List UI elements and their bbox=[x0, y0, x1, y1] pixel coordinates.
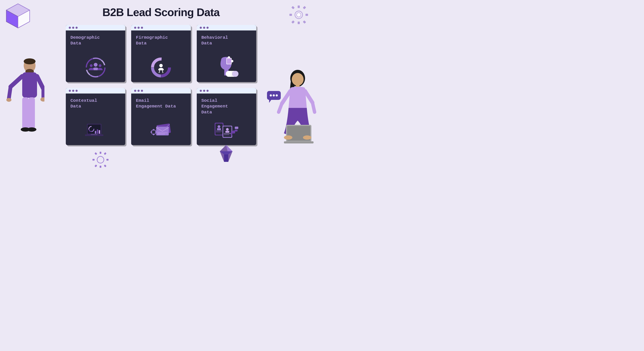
svg-rect-74 bbox=[226, 131, 229, 133]
svg-rect-81 bbox=[100, 152, 101, 154]
behavioral-title: Behavioral Data bbox=[202, 35, 252, 46]
svg-rect-84 bbox=[92, 159, 94, 160]
svg-line-26 bbox=[9, 87, 10, 98]
dot1 bbox=[200, 27, 202, 29]
svg-rect-60 bbox=[150, 132, 152, 133]
dot2 bbox=[72, 90, 74, 92]
svg-point-73 bbox=[226, 128, 229, 131]
svg-point-56 bbox=[152, 131, 155, 133]
svg-rect-9 bbox=[290, 14, 292, 16]
contextual-icon bbox=[70, 119, 120, 142]
dot1 bbox=[69, 90, 71, 92]
card-firmographic: Firmographic Data bbox=[131, 25, 190, 82]
card-contextual: Contextual Data bbox=[66, 88, 125, 145]
demographic-icon bbox=[70, 56, 120, 79]
card-demographic: Demographic Data bbox=[66, 25, 125, 82]
svg-line-107 bbox=[312, 102, 314, 112]
dot2 bbox=[72, 27, 74, 29]
svg-rect-58 bbox=[153, 134, 154, 135]
dot2 bbox=[138, 27, 140, 29]
svg-rect-90 bbox=[232, 71, 238, 77]
firmographic-icon bbox=[136, 56, 186, 79]
dot1 bbox=[134, 90, 136, 92]
svg-rect-17 bbox=[22, 72, 37, 98]
svg-point-31 bbox=[94, 63, 98, 67]
woman-decoration bbox=[276, 66, 320, 176]
svg-point-25 bbox=[27, 127, 36, 132]
card-header-email bbox=[131, 88, 190, 94]
dot1 bbox=[134, 27, 136, 29]
dot3 bbox=[76, 27, 78, 29]
svg-point-5 bbox=[296, 13, 301, 17]
svg-line-104 bbox=[282, 91, 290, 104]
svg-rect-10 bbox=[303, 6, 306, 9]
page-title: B2B Lead Scoring Data bbox=[0, 0, 322, 18]
card-header-firmographic bbox=[131, 25, 190, 30]
svg-rect-68 bbox=[217, 128, 221, 130]
dot3 bbox=[206, 90, 208, 92]
svg-rect-82 bbox=[100, 166, 101, 168]
email-icon bbox=[136, 119, 186, 142]
diamond-decoration bbox=[217, 144, 236, 163]
svg-point-80 bbox=[98, 158, 102, 162]
svg-point-112 bbox=[303, 136, 312, 140]
svg-point-99 bbox=[273, 94, 275, 96]
svg-marker-97 bbox=[269, 100, 271, 103]
firmographic-title: Firmographic Data bbox=[136, 35, 186, 46]
gear-decoration-bottom bbox=[91, 150, 110, 169]
email-title: Email Engagement Data bbox=[136, 98, 186, 110]
card-header-behavioral bbox=[197, 25, 256, 30]
svg-point-32 bbox=[90, 64, 92, 67]
svg-rect-12 bbox=[303, 20, 306, 24]
cards-grid: Demographic Data bbox=[66, 25, 256, 145]
svg-point-67 bbox=[218, 125, 220, 128]
svg-rect-78 bbox=[235, 130, 238, 132]
svg-point-16 bbox=[24, 58, 36, 64]
svg-rect-52 bbox=[98, 130, 100, 134]
svg-line-39 bbox=[162, 70, 163, 73]
svg-point-98 bbox=[270, 94, 272, 96]
dot1 bbox=[200, 90, 202, 92]
svg-line-18 bbox=[10, 76, 22, 87]
contextual-title: Contextual Data bbox=[70, 98, 120, 110]
dot3 bbox=[206, 27, 208, 29]
svg-rect-85 bbox=[104, 152, 107, 155]
svg-rect-110 bbox=[284, 141, 314, 144]
svg-rect-22 bbox=[22, 97, 28, 129]
svg-rect-8 bbox=[306, 14, 308, 16]
svg-rect-77 bbox=[235, 127, 238, 129]
svg-rect-87 bbox=[104, 164, 107, 167]
svg-rect-54 bbox=[91, 134, 98, 135]
card-header-demographic bbox=[66, 25, 125, 30]
card-body-firmographic: Firmographic Data bbox=[131, 30, 190, 82]
svg-rect-50 bbox=[95, 131, 96, 134]
svg-rect-83 bbox=[106, 159, 108, 160]
svg-point-37 bbox=[159, 64, 163, 67]
svg-line-19 bbox=[37, 76, 43, 89]
svg-rect-57 bbox=[153, 129, 154, 130]
svg-line-106 bbox=[305, 91, 312, 102]
svg-rect-51 bbox=[97, 130, 98, 134]
svg-point-102 bbox=[292, 73, 304, 86]
card-social: Social Engagement Data bbox=[197, 88, 256, 145]
svg-line-38 bbox=[159, 70, 160, 73]
card-body-email: Email Engagement Data bbox=[131, 94, 190, 145]
dot1 bbox=[69, 27, 71, 29]
card-body-contextual: Contextual Data bbox=[66, 94, 125, 145]
svg-rect-7 bbox=[298, 22, 300, 24]
svg-rect-43 bbox=[227, 58, 231, 64]
card-header-social bbox=[197, 88, 256, 94]
social-title: Social Engagement Data bbox=[202, 98, 252, 115]
svg-point-33 bbox=[98, 64, 101, 67]
pill-decoration bbox=[226, 71, 238, 77]
card-body-social: Social Engagement Data bbox=[197, 94, 256, 145]
card-header-contextual bbox=[66, 88, 125, 94]
dot3 bbox=[141, 27, 143, 29]
dot2 bbox=[138, 90, 140, 92]
dot2 bbox=[203, 27, 205, 29]
card-body-demographic: Demographic Data bbox=[66, 30, 125, 82]
svg-rect-86 bbox=[94, 152, 97, 155]
svg-rect-23 bbox=[28, 97, 35, 129]
dot3 bbox=[141, 90, 143, 92]
card-email: Email Engagement Data bbox=[131, 88, 190, 145]
